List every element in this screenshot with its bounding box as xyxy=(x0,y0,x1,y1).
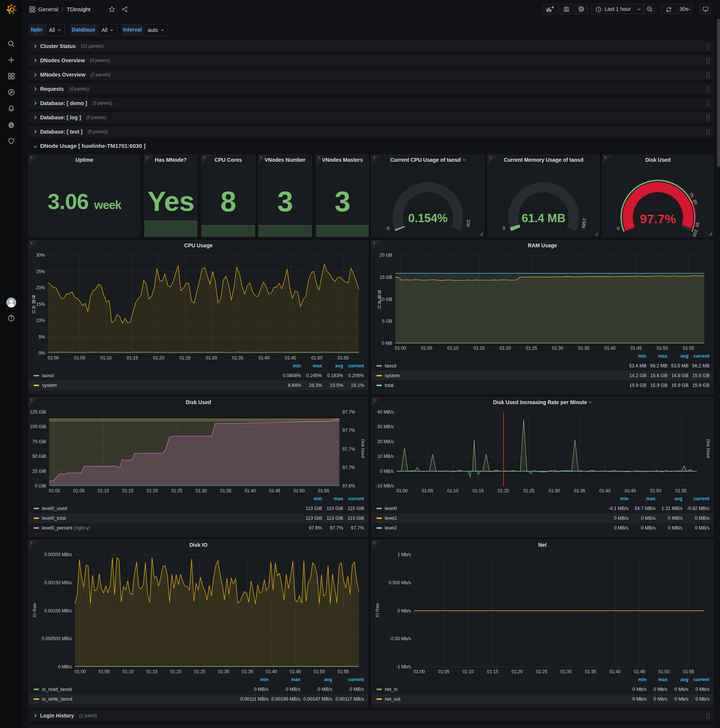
svg-text:01:20: 01:20 xyxy=(499,346,511,351)
svg-text:01:50: 01:50 xyxy=(657,346,668,351)
svg-text:01:25: 01:25 xyxy=(171,488,182,494)
svg-text:01:15: 01:15 xyxy=(146,669,157,674)
svg-text:01:00: 01:00 xyxy=(397,488,407,494)
svg-text:01:35: 01:35 xyxy=(220,488,231,494)
svg-text:01:45: 01:45 xyxy=(269,488,280,494)
svg-text:30%: 30% xyxy=(36,252,45,258)
svg-text:97.7%: 97.7% xyxy=(342,465,355,470)
svg-text:0 GiB: 0 GiB xyxy=(35,483,46,489)
svg-text:01:10: 01:10 xyxy=(447,346,459,351)
svg-text:01:20: 01:20 xyxy=(511,669,523,674)
svg-text:01:55: 01:55 xyxy=(683,346,694,351)
svg-text:01:10: 01:10 xyxy=(98,488,109,494)
svg-text:01:50: 01:50 xyxy=(659,669,670,674)
svg-text:0%: 0% xyxy=(39,350,45,356)
svg-text:01:25: 01:25 xyxy=(526,346,537,351)
svg-text:0: 0 xyxy=(502,226,505,231)
svg-text:0.00200 MB/s: 0.00200 MB/s xyxy=(44,552,72,557)
svg-text:10%: 10% xyxy=(36,318,45,323)
svg-text:-0.50 Mb/s: -0.50 Mb/s xyxy=(390,636,411,641)
svg-text:01:55: 01:55 xyxy=(337,355,349,361)
svg-text:01:25: 01:25 xyxy=(536,669,547,674)
svg-text:01:35: 01:35 xyxy=(578,346,589,351)
svg-text:01:05: 01:05 xyxy=(438,669,449,674)
svg-text:10 MB/s: 10 MB/s xyxy=(377,454,394,459)
svg-text:01:55: 01:55 xyxy=(337,669,349,674)
svg-text:01:15: 01:15 xyxy=(487,669,498,674)
svg-text:20 GB: 20 GB xyxy=(380,252,392,258)
svg-text:01:35: 01:35 xyxy=(242,669,253,674)
svg-text:-10 MB/s: -10 MB/s xyxy=(376,483,394,489)
svg-text:01:05: 01:05 xyxy=(422,488,433,494)
svg-text:0.000500 MB/s: 0.000500 MB/s xyxy=(42,636,72,641)
svg-text:01:00: 01:00 xyxy=(413,669,425,674)
svg-text:01:25: 01:25 xyxy=(194,669,206,674)
svg-text:01:40: 01:40 xyxy=(244,488,256,494)
svg-text:0: 0 xyxy=(387,226,390,231)
svg-text:01:55: 01:55 xyxy=(318,488,329,494)
svg-text:01:55: 01:55 xyxy=(675,488,686,494)
svg-text:01:00: 01:00 xyxy=(47,355,59,361)
svg-text:01:30: 01:30 xyxy=(196,488,207,494)
svg-text:0 MB/s: 0 MB/s xyxy=(380,469,394,474)
svg-text:0.00150 MB/s: 0.00150 MB/s xyxy=(44,580,72,586)
svg-text:01:50: 01:50 xyxy=(650,488,661,494)
svg-text:0.00100 MB/s: 0.00100 MB/s xyxy=(44,608,72,613)
svg-text:01:45: 01:45 xyxy=(634,669,645,674)
svg-text:01:50: 01:50 xyxy=(314,669,325,674)
svg-text:20%: 20% xyxy=(36,285,45,291)
svg-text:01:15: 01:15 xyxy=(473,488,484,494)
svg-text:01:35: 01:35 xyxy=(574,488,585,494)
svg-text:01:25: 01:25 xyxy=(179,355,191,361)
svg-text:01:35: 01:35 xyxy=(232,355,243,361)
svg-text:01:20: 01:20 xyxy=(497,488,509,494)
svg-text:01:35: 01:35 xyxy=(585,669,596,674)
svg-text:01:20: 01:20 xyxy=(170,669,182,674)
svg-text:01:10: 01:10 xyxy=(100,355,111,361)
svg-text:0 MB: 0 MB xyxy=(382,341,392,346)
svg-text:20 MB/s: 20 MB/s xyxy=(377,439,394,444)
svg-text:01:45: 01:45 xyxy=(285,355,296,361)
svg-text:01:40: 01:40 xyxy=(258,355,270,361)
svg-text:01:05: 01:05 xyxy=(74,355,85,361)
svg-text:01:15: 01:15 xyxy=(127,355,138,361)
svg-text:125 GiB: 125 GiB xyxy=(30,410,46,414)
svg-text:01:45: 01:45 xyxy=(290,669,301,674)
svg-text:-1 Mb/s: -1 Mb/s xyxy=(396,664,411,670)
svg-text:0.500 Mb/s: 0.500 Mb/s xyxy=(389,580,411,586)
svg-text:01:20: 01:20 xyxy=(153,355,164,361)
svg-text:01:00: 01:00 xyxy=(75,669,86,674)
svg-text:0: 0 xyxy=(617,226,619,231)
svg-text:30 MB/s: 30 MB/s xyxy=(377,424,394,429)
svg-text:15%: 15% xyxy=(36,302,45,307)
svg-text:01:30: 01:30 xyxy=(552,346,563,351)
svg-text:01:15: 01:15 xyxy=(473,346,485,351)
svg-text:01:00: 01:00 xyxy=(49,488,60,494)
svg-text:40 MB/s: 40 MB/s xyxy=(377,410,394,414)
svg-text:01:40: 01:40 xyxy=(604,346,615,351)
svg-text:01:55: 01:55 xyxy=(683,669,694,674)
svg-text:15 GB: 15 GB xyxy=(380,275,392,280)
svg-text:97.7%: 97.7% xyxy=(342,410,355,414)
svg-text:25 GiB: 25 GiB xyxy=(32,469,46,474)
svg-text:0 Mb/s: 0 Mb/s xyxy=(398,608,411,613)
svg-text:01:30: 01:30 xyxy=(561,669,572,674)
svg-text:01:05: 01:05 xyxy=(99,669,110,674)
svg-text:50 GiB: 50 GiB xyxy=(32,454,46,459)
svg-text:01:10: 01:10 xyxy=(122,669,134,674)
svg-text:01:50: 01:50 xyxy=(294,488,305,494)
svg-text:01:15: 01:15 xyxy=(122,488,134,494)
svg-text:01:30: 01:30 xyxy=(218,669,229,674)
svg-text:5 GB: 5 GB xyxy=(382,318,392,324)
svg-text:01:50: 01:50 xyxy=(311,355,322,361)
svg-text:75 GiB: 75 GiB xyxy=(32,439,46,444)
svg-text:1 Mb/s: 1 Mb/s xyxy=(398,552,411,557)
svg-text:5%: 5% xyxy=(39,334,45,340)
svg-text:01:45: 01:45 xyxy=(625,488,636,494)
svg-text:01:10: 01:10 xyxy=(462,669,474,674)
svg-text:25%: 25% xyxy=(36,269,45,274)
svg-text:01:10: 01:10 xyxy=(447,488,458,494)
svg-text:01:25: 01:25 xyxy=(523,488,534,494)
svg-text:01:30: 01:30 xyxy=(549,488,560,494)
svg-text:01:45: 01:45 xyxy=(630,346,642,351)
